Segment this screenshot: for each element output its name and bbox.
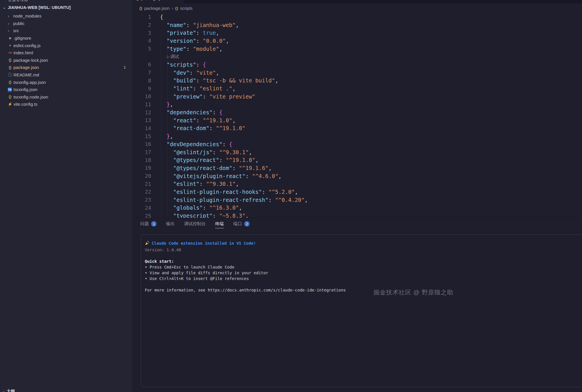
code-text[interactable]: "dev": "vite",	[151, 69, 219, 76]
code-line-22: 22 "eslint-plugin-react-hooks": "^5.2.0"…	[133, 188, 582, 196]
tree-item-tsconfig.app.json[interactable]: {}tsconfig.app.json	[0, 78, 132, 86]
badge: 2	[244, 221, 250, 227]
line-number: 13	[133, 117, 151, 123]
party-popper-icon	[145, 241, 150, 247]
code-text[interactable]: },	[151, 133, 173, 139]
panel-tab-问题[interactable]: 问题1	[140, 218, 157, 230]
file-name: .gitignore	[14, 36, 31, 40]
code-line-7: 7 "dev": "vite",	[133, 69, 582, 77]
code-line-24: 24 "globals": "^16.3.0",	[133, 204, 582, 212]
line-number: 11	[133, 101, 151, 107]
json-icon: {}	[8, 80, 12, 84]
line-number: 17	[133, 149, 151, 155]
workspace-root[interactable]: ⌄ JIANHUA-WEB [WSL: UBUNTU]	[3, 5, 71, 10]
explorer-sidebar: 资源管理器 ⌄ JIANHUA-WEB [WSL: UBUNTU] ›node_…	[0, 0, 133, 392]
code-line-4: 4 "version": "0.0.0",	[133, 37, 582, 45]
code-line-15: 15 },	[133, 132, 582, 140]
line-number: 5	[133, 46, 151, 52]
json-icon: {}	[8, 65, 12, 69]
tab-package-json[interactable]: {} package.json ×	[133, 0, 184, 3]
code-text[interactable]: "lint": "eslint .",	[151, 85, 236, 92]
code-line-16: 16 "devDependencies": {	[133, 140, 582, 148]
code-text[interactable]: "eslint-plugin-react-refresh": "^0.4.20"…	[151, 197, 308, 203]
code-line-3: 3 "private": true,	[133, 29, 582, 37]
code-text[interactable]: "name": "jianhua-web",	[151, 22, 239, 28]
tree-item-node_modules[interactable]: ›node_modules	[0, 12, 132, 20]
tree-item-package.json[interactable]: {}package.json1	[0, 64, 132, 71]
json-icon: {}	[8, 95, 12, 99]
tree-item-index.html[interactable]: <>index.html	[0, 49, 132, 57]
code-text[interactable]: "react-dom": "^19.1.0"	[151, 125, 245, 131]
ts-icon: TS	[8, 88, 12, 92]
tree-item-src[interactable]: ›src	[0, 27, 132, 34]
code-line-14: 14 "react-dom": "^19.1.0"	[133, 124, 582, 132]
outline-label: 大纲	[7, 389, 15, 392]
tree-item-eslint.config.js[interactable]: ●eslint.config.js	[0, 42, 132, 49]
code-text[interactable]: "preview": "vite preview"	[151, 93, 255, 100]
code-text[interactable]: {	[151, 14, 163, 20]
tree-item-tsconfig.node.json[interactable]: {}tsconfig.node.json	[0, 93, 132, 101]
code-text[interactable]: "@types/react-dom": "^19.1.6",	[151, 165, 272, 171]
terminal-text: • Press Cmd+Esc to launch Claude Code	[145, 265, 234, 269]
terminal[interactable]: Claude Code extension installed in VS Co…	[141, 234, 582, 387]
code-text[interactable]: "build": "tsc -b && vite build",	[151, 77, 278, 84]
terminal-text: Quick start:	[145, 259, 174, 264]
tree-item-vite.config.ts[interactable]: ⚡vite.config.ts	[0, 101, 132, 108]
info-icon: ⓘ	[8, 72, 12, 78]
file-name: tsconfig.json	[14, 87, 37, 92]
panel-tab-输出[interactable]: 输出	[166, 218, 175, 230]
file-name: src	[13, 28, 19, 33]
code-text[interactable]: "@vitejs/plugin-react": "^4.6.0",	[151, 173, 282, 179]
terminal-text: Version: 1.0.48	[145, 248, 181, 252]
indent-guide	[161, 34, 161, 218]
panel-tab-调试控制台[interactable]: 调试控制台	[184, 218, 206, 230]
code-text[interactable]: "eslint": "^9.30.1",	[151, 181, 239, 187]
code-text[interactable]: "eslint-plugin-react-hooks": "^5.2.0",	[151, 189, 298, 195]
code-line-13: 13 "react": "^19.1.0",	[133, 116, 582, 124]
code-line-9: 9 "lint": "eslint .",	[133, 84, 582, 92]
terminal-text: Claude Code extension installed in VS Co…	[152, 241, 256, 246]
editor-group: {} package.json × {} package.json › {} s…	[133, 0, 582, 218]
tree-item-README.md[interactable]: ⓘREADME.md	[0, 71, 132, 79]
close-icon[interactable]: ×	[178, 0, 180, 1]
watermark: 掘金技术社区 @ 野原猫之助	[373, 288, 453, 296]
line-number: 7	[133, 69, 151, 76]
outline-section-header[interactable]: › 大纲	[3, 389, 15, 392]
code-line-20: 20 "@vitejs/plugin-react": "^4.6.0",	[133, 172, 582, 180]
code-text[interactable]: },	[151, 101, 173, 107]
breadcrumb-file[interactable]: package.json	[144, 6, 169, 11]
code-text[interactable]: "globals": "^16.3.0",	[151, 204, 242, 211]
terminal-line: • View and apply file diffs directly in …	[145, 270, 582, 276]
code-line-25: 25 "typescript": "~5.8.3",	[133, 212, 582, 218]
tree-item-.gitignore[interactable]: ◆.gitignore	[0, 34, 132, 42]
chevron-right-icon: ›	[8, 13, 12, 18]
panel-tab-终端[interactable]: 终端	[215, 218, 224, 230]
tree-item-tsconfig.json[interactable]: TStsconfig.json	[0, 86, 132, 93]
panel-tab-label: 终端	[215, 221, 224, 227]
panel-tab-端口[interactable]: 端口2	[233, 218, 250, 230]
code-text[interactable]: "scripts": {	[151, 61, 206, 68]
code-text[interactable]: "@eslint/js": "^9.30.1",	[151, 149, 252, 155]
file-name: vite.config.ts	[14, 102, 37, 107]
tree-item-public[interactable]: ›public	[0, 20, 132, 27]
html-icon: <>	[8, 51, 12, 55]
chevron-right-icon: ›	[8, 21, 12, 26]
tree-item-package-lock.json[interactable]: {}package-lock.json	[0, 57, 132, 64]
braces-icon: {}	[175, 6, 178, 10]
code-text[interactable]: "typescript": "~5.8.3",	[151, 213, 249, 218]
code-text[interactable]: "devDependencies": {	[151, 141, 232, 147]
code-text[interactable]: "version": "0.0.0",	[151, 38, 229, 44]
code-editor[interactable]: 1{2 "name": "jianhua-web",3 "private": t…	[133, 13, 582, 218]
code-text[interactable]: "private": true,	[151, 30, 219, 36]
breadcrumb-section[interactable]: scripts	[180, 6, 192, 11]
terminal-line	[145, 281, 582, 287]
json-icon: {}	[139, 6, 142, 10]
codelens-debug[interactable]: ▷调试	[133, 53, 582, 61]
terminal-output: Claude Code extension installed in VS Co…	[145, 240, 582, 293]
code-text[interactable]: "type": "module",	[151, 46, 222, 52]
code-text[interactable]: "react": "^19.1.0",	[151, 117, 236, 123]
codelens-label: 调试	[170, 54, 179, 59]
terminal-line	[145, 253, 582, 258]
code-text[interactable]: "dependencies": {	[151, 109, 222, 115]
code-line-10: 10 "preview": "vite preview"	[133, 92, 582, 101]
